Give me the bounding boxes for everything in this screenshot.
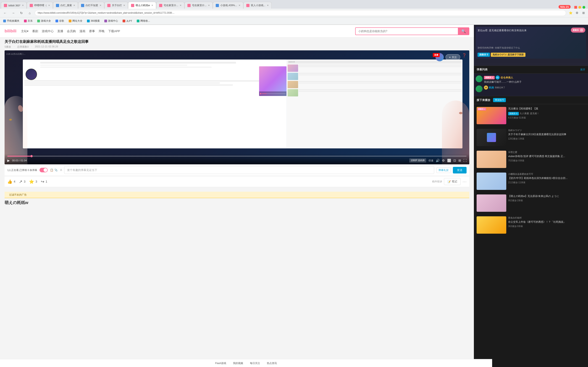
rec-item-6[interactable]: 营名白灯标杆 在公交车上外妆《唐可可的诱惑》！？「社死挑战」 363播放·0弹幕 — [476, 215, 586, 234]
bookmark-games[interactable]: 游戏大全 — [36, 19, 52, 23]
play-button[interactable]: ▶ — [7, 159, 10, 162]
quality-badge[interactable]: 1080P 高码率 — [409, 158, 426, 163]
danmu-input[interactable]: 发个有趣的弹幕见证当下 — [64, 166, 434, 174]
bookmark-google[interactable]: 谷歌 — [54, 19, 66, 23]
nav-download[interactable]: 下载APP — [108, 29, 120, 33]
danmu-expand-btn[interactable]: 展开 — [580, 68, 585, 71]
window-close[interactable] — [574, 6, 577, 9]
tab-home2[interactable]: 宅在家里什... ✕ — [184, 2, 213, 9]
rec-info-4: 小棚我永远喜爱欢欢可可 【切片/中字】耗纸本色出演为米糊发狂+部分合台切... … — [508, 173, 585, 190]
tab-close-btn[interactable]: ✕ — [22, 4, 24, 7]
grid-icon[interactable]: ⊞ — [581, 10, 586, 16]
tab-moe-active[interactable]: 萌えの耗纸w ✕ — [128, 2, 156, 9]
progress-bar[interactable] — [7, 156, 467, 157]
flash-games-link[interactable]: Flash游戏 — [215, 361, 226, 365]
url-input[interactable]: https://www.bilibili.com/video/BV18S4y1Q… — [35, 10, 566, 16]
nav-live[interactable]: 直播 — [57, 29, 63, 33]
bookmark-label: 网址大全 — [72, 19, 82, 23]
tab-2player[interactable]: 双人小游戏... ✕ — [243, 2, 272, 9]
tab-bilibili[interactable]: 哔哩哔哩（ ✕ — [27, 2, 53, 9]
more-options-button[interactable]: ⋯ — [462, 179, 467, 184]
favorite-button[interactable]: ⭐ 3 — [29, 179, 37, 184]
tab-close-btn[interactable]: ✕ — [73, 4, 75, 7]
danmu-list-header: 弹幕列表 展开 — [474, 66, 588, 74]
forward-button[interactable]: → — [10, 10, 17, 16]
bookmark-phone[interactable]: 手机收藏夹 — [2, 19, 21, 23]
coin-button[interactable]: ↗ 3 — [19, 179, 25, 184]
settings-icon[interactable]: ⚙ — [574, 10, 580, 16]
settings-button[interactable]: ⚙ — [442, 159, 445, 162]
rec-item-3[interactable]: 斥理之爱 vtuber孙有劲 悦评 磨可可的诱惑 韩文版篇四集 正... 753… — [476, 150, 586, 169]
window-maximize[interactable] — [582, 6, 585, 9]
tab-home1[interactable]: 宅在家里什... ✕ — [156, 2, 184, 9]
window-minimize[interactable] — [579, 6, 581, 9]
rec-item-4[interactable]: 小棚我永远喜爱欢欢可可 【切片/中字】耗纸本色出演为米糊发狂+部分合台切... … — [476, 172, 586, 191]
tab-search[interactable]: 白灯_搜索 ✕ — [53, 2, 78, 9]
ad-bar: 过滤不欢的广告 — [5, 192, 469, 198]
search-button[interactable]: 🔍 — [458, 27, 469, 35]
nav-manga[interactable]: 漫画 — [79, 29, 85, 33]
tab-close-btn[interactable]: ✕ — [123, 4, 125, 7]
nav-drama[interactable]: 番剧 — [32, 29, 38, 33]
home-button[interactable]: ⌂ — [26, 10, 33, 16]
note-button[interactable]: 📝 笔记 — [444, 178, 461, 185]
tab-about[interactable]: 关于白灯 ✕ — [104, 2, 128, 9]
tab-close-btn[interactable]: ✕ — [48, 4, 50, 7]
volume-button[interactable]: 🔊 — [436, 159, 440, 162]
extensions-icon[interactable]: ⭐ — [568, 10, 573, 16]
bookmark-360[interactable]: 360搜索 — [86, 19, 101, 23]
rec-item-2[interactable]: 岛村ホウゲツ 关于子剑子麻麻12月19日凌晨直播嚼无法原谅这回事 1282播放·… — [476, 128, 586, 147]
nav-match[interactable]: 赛事 — [89, 29, 95, 33]
tab-close-btn[interactable]: ✕ — [267, 4, 269, 7]
rec-badge-1: 剧刷乐 2 — [477, 108, 486, 110]
like-button[interactable]: 👍 4 — [7, 179, 15, 184]
nav-game-center[interactable]: 游戏中心 — [42, 29, 54, 33]
tab-close-btn[interactable]: ✕ — [239, 4, 240, 7]
more-button[interactable]: ⊞ — [458, 159, 461, 162]
bookmark-net[interactable]: 网络收... — [135, 19, 151, 23]
tab-baideng[interactable]: 白灯不知更 ✕ — [78, 2, 104, 9]
bookmark-jlpt[interactable]: JLPT — [121, 19, 134, 23]
help-icon[interactable]: ❓ — [462, 53, 467, 58]
bookmark-label: 京东 — [28, 19, 33, 23]
bookmark-label: 手机收藏夹 — [7, 19, 19, 23]
back-button[interactable]: ← — [2, 10, 8, 16]
send-danmu-button[interactable]: 发送 — [453, 167, 467, 174]
nav-member[interactable]: 会员购 — [67, 29, 76, 33]
share-button[interactable]: ↪ 1 — [41, 179, 47, 184]
hot-news-link[interactable]: 热点资讯 — [267, 361, 277, 365]
rec-views-1: 4.0万播放·51弹幕 — [508, 116, 585, 119]
pip-button[interactable]: ⊡ — [453, 159, 456, 162]
tab-close-btn[interactable]: ✕ — [180, 4, 182, 7]
rec-item-5[interactable]: 【萌えの耗纸w】无法原谅/未来は风の ように 952播放·2弹幕 — [476, 193, 586, 213]
fullscreen-button[interactable]: ⛶ — [463, 159, 467, 162]
tab-close-btn[interactable]: ✕ — [151, 4, 153, 7]
nav-evening[interactable]: 拜晚 — [99, 29, 104, 33]
video-player[interactable]: 2:25 12月21日周二... — [5, 50, 469, 164]
refresh-button[interactable]: ↻ — [18, 10, 25, 16]
rec-item-1[interactable]: 剧刷乐 2 无法播治【耗纸疆唯】【真 剧刷乐 5 久八寒露: 是无佬！ 4.0万… — [476, 106, 586, 125]
report-label[interactable]: 稿件投诉 — [432, 180, 442, 183]
follow-button[interactable]: + 关注 — [446, 54, 460, 60]
tab-bilibili360[interactable]: bilibili 360° ✕ — [1, 2, 27, 9]
tab-close-btn[interactable]: ✕ — [100, 4, 101, 7]
progress-fill — [7, 156, 30, 157]
nav-home[interactable]: 主站▾ — [21, 29, 28, 33]
chat-message-area: 剧刷乐 1 21 佐仓单推人 我就说嘛可能不……一种什么样子 25 耗推 — [474, 74, 588, 96]
my-videos-link[interactable]: 我的视频 — [233, 361, 243, 365]
progress-thumb[interactable] — [30, 155, 33, 157]
danmu-toggle[interactable] — [40, 168, 48, 172]
danmu-gift[interactable]: 弹幕礼仪 — [436, 167, 450, 173]
bilibili-nav: 主站▾ 番剧 游戏中心 直播 会员购 漫画 赛事 拜晚 下载APP — [21, 29, 120, 33]
bookmark-urls[interactable]: 网址大全 — [67, 19, 84, 23]
bookmark-jd[interactable]: 京东 — [23, 19, 34, 23]
tab-game[interactable]: 小游戏,439%... ✕ — [213, 2, 243, 9]
tab-close-btn[interactable]: ✕ — [208, 4, 210, 7]
bookmark-game-center[interactable]: 游戏中心 — [103, 19, 119, 23]
daily-follow-link[interactable]: 每日关注 — [250, 361, 260, 365]
search-input[interactable] — [355, 27, 458, 35]
bilibili-logo[interactable]: bilibili — [5, 29, 17, 33]
theater-button[interactable]: ⬜ — [447, 159, 451, 162]
rec-info-3: 斥理之爱 vtuber孙有劲 悦评 磨可可的诱惑 韩文版篇四集 正... 753… — [508, 151, 585, 168]
speed-btn[interactable]: 倍速 — [428, 159, 433, 162]
